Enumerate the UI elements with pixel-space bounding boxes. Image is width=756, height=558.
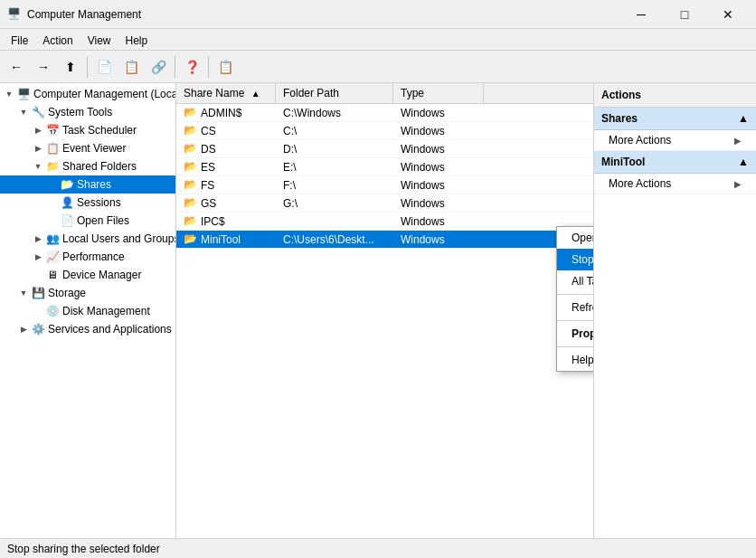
list-item[interactable]: 📂ADMIN$ C:\Windows Windows bbox=[176, 104, 593, 122]
services-icon: ⚙️ bbox=[31, 322, 45, 336]
menu-bar: File Action View Help bbox=[0, 29, 756, 51]
tree-item-task-scheduler[interactable]: ▶ 📅 Task Scheduler bbox=[0, 121, 175, 139]
list-item[interactable]: 📂FS F:\ Windows bbox=[176, 176, 593, 194]
expand-storage: ▼ bbox=[16, 286, 31, 300]
ctx-properties[interactable]: Properties bbox=[557, 323, 593, 345]
shared-folders-icon: 📁 bbox=[45, 159, 60, 174]
storage-icon: 💾 bbox=[31, 286, 45, 300]
list-item[interactable]: 📂ES E:\ Windows bbox=[176, 158, 593, 176]
tree-label-task-scheduler: Task Scheduler bbox=[62, 124, 137, 137]
row-type-3: Windows bbox=[393, 160, 484, 175]
export-button[interactable]: 📋 bbox=[213, 54, 238, 80]
row-type-2: Windows bbox=[393, 142, 484, 156]
col-header-type[interactable]: Type bbox=[393, 83, 484, 103]
list-item[interactable]: 📂CS C:\ Windows bbox=[176, 122, 593, 140]
tree-item-services[interactable]: ▶ ⚙️ Services and Applications bbox=[0, 320, 175, 338]
tree-item-sessions[interactable]: 👤 Sessions bbox=[0, 194, 175, 212]
actions-section-shares[interactable]: Shares ▲ bbox=[594, 108, 756, 130]
expand-sessions bbox=[45, 195, 60, 210]
menu-action[interactable]: Action bbox=[35, 31, 80, 48]
close-button[interactable]: ✕ bbox=[707, 2, 749, 27]
actions-section-minitool[interactable]: MiniTool ▲ bbox=[594, 151, 756, 174]
list-header: Share Name ▲ Folder Path Type bbox=[176, 83, 593, 104]
actions-panel-header: Actions bbox=[594, 83, 756, 108]
tree-label-shared-folders: Shared Folders bbox=[62, 160, 137, 173]
ctx-stop-sharing[interactable]: Stop Sharing bbox=[557, 249, 593, 270]
list-item[interactable]: 📂DS D:\ Windows bbox=[176, 140, 593, 158]
ctx-open[interactable]: Open bbox=[557, 227, 593, 249]
toolbar-separator-3 bbox=[208, 56, 209, 78]
tree-label-shares: Shares bbox=[77, 178, 111, 191]
tree-label-performance: Performance bbox=[62, 251, 125, 263]
tree-item-event-viewer[interactable]: ▶ 📋 Event Viewer bbox=[0, 139, 175, 157]
col-header-name[interactable]: Share Name ▲ bbox=[176, 83, 276, 103]
expand-performance: ▶ bbox=[31, 250, 45, 264]
row-path-0: C:\Windows bbox=[276, 106, 393, 120]
forward-button[interactable]: → bbox=[31, 54, 56, 80]
device-manager-icon: 🖥 bbox=[45, 268, 60, 282]
row-icon-6: 📂 bbox=[184, 214, 198, 229]
toolbar-separator-1 bbox=[87, 56, 88, 78]
actions-item-minitool-more[interactable]: More Actions ▶ bbox=[594, 174, 756, 194]
show-hide-button[interactable]: 📄 bbox=[91, 54, 117, 80]
row-type-4: Windows bbox=[393, 178, 484, 193]
menu-help[interactable]: Help bbox=[118, 31, 156, 48]
ctx-all-tasks-label: All Tasks bbox=[572, 275, 593, 288]
tree-label-sessions: Sessions bbox=[77, 196, 121, 209]
row-icon-2: 📂 bbox=[184, 142, 198, 156]
list-panel: Share Name ▲ Folder Path Type 📂ADMIN$ C:… bbox=[176, 83, 593, 538]
expand-device-manager bbox=[31, 268, 45, 282]
tree-item-open-files[interactable]: 📄 Open Files bbox=[0, 212, 175, 230]
list-item[interactable]: 📂GS G:\ Windows bbox=[176, 194, 593, 213]
properties-button[interactable]: 📋 bbox=[118, 54, 144, 80]
ctx-refresh[interactable]: Refresh bbox=[557, 297, 593, 318]
tree-label-device-manager: Device Manager bbox=[62, 269, 141, 281]
new-window-button[interactable]: 🔗 bbox=[146, 54, 171, 80]
tree-label-storage: Storage bbox=[48, 287, 86, 299]
actions-item-shares-more[interactable]: More Actions ▶ bbox=[594, 130, 756, 151]
row-name-1: CS bbox=[201, 125, 216, 137]
tree-item-local-users[interactable]: ▶ 👥 Local Users and Groups bbox=[0, 230, 175, 248]
minimize-button[interactable]: ─ bbox=[620, 2, 662, 27]
tree-item-device-manager[interactable]: 🖥 Device Manager bbox=[0, 266, 175, 284]
ctx-open-label: Open bbox=[572, 232, 593, 244]
ctx-separator-2 bbox=[557, 320, 593, 321]
menu-file[interactable]: File bbox=[4, 31, 35, 48]
actions-item-minitool-more-label: More Actions bbox=[609, 177, 671, 190]
expand-shared-folders: ▼ bbox=[31, 159, 45, 174]
row-name-2: DS bbox=[201, 143, 216, 156]
tree-item-system-tools[interactable]: ▼ 🔧 System Tools bbox=[0, 103, 175, 121]
tree-item-disk-management[interactable]: 💿 Disk Management bbox=[0, 302, 175, 320]
actions-item-shares-more-arrow: ▶ bbox=[734, 136, 742, 146]
actions-section-minitool-arrow: ▲ bbox=[738, 156, 749, 168]
list-item[interactable]: 📂MiniTool C:\Users\6\Deskt... Windows bbox=[176, 231, 593, 249]
row-icon-4: 📂 bbox=[184, 178, 198, 193]
main-container: ▼ 🖥️ Computer Management (Local ▼ 🔧 Syst… bbox=[0, 83, 756, 538]
ctx-properties-label: Properties bbox=[572, 327, 593, 340]
row-icon-5: 📂 bbox=[184, 196, 198, 211]
tree-item-storage[interactable]: ▼ 💾 Storage bbox=[0, 284, 175, 302]
tree-item-shared-folders[interactable]: ▼ 📁 Shared Folders bbox=[0, 157, 175, 175]
help-button[interactable]: ❓ bbox=[179, 54, 204, 80]
expand-event-viewer: ▶ bbox=[31, 141, 45, 156]
actions-section-shares-arrow: ▲ bbox=[738, 112, 749, 125]
local-users-icon: 👥 bbox=[45, 232, 60, 246]
tree-item-root[interactable]: ▼ 🖥️ Computer Management (Local bbox=[0, 85, 175, 103]
ctx-help[interactable]: Help bbox=[557, 349, 593, 371]
maximize-button[interactable]: □ bbox=[664, 2, 705, 27]
actions-section-shares-label: Shares bbox=[601, 112, 638, 125]
menu-view[interactable]: View bbox=[80, 31, 118, 48]
computer-icon: 🖥️ bbox=[16, 87, 31, 101]
ctx-stop-sharing-label: Stop Sharing bbox=[572, 253, 593, 266]
ctx-all-tasks[interactable]: All Tasks ▶ bbox=[557, 270, 593, 292]
ctx-help-label: Help bbox=[572, 354, 593, 366]
expand-shares bbox=[45, 177, 60, 192]
expand-task-scheduler: ▶ bbox=[31, 123, 45, 137]
back-button[interactable]: ← bbox=[4, 54, 29, 80]
tree-item-shares[interactable]: 📂 Shares bbox=[0, 175, 175, 194]
tree-item-performance[interactable]: ▶ 📈 Performance bbox=[0, 248, 175, 266]
list-item[interactable]: 📂IPC$ Windows bbox=[176, 213, 593, 231]
title-bar-controls: ─ □ ✕ bbox=[620, 2, 749, 27]
col-header-path[interactable]: Folder Path bbox=[276, 83, 393, 103]
up-button[interactable]: ⬆ bbox=[58, 54, 83, 80]
